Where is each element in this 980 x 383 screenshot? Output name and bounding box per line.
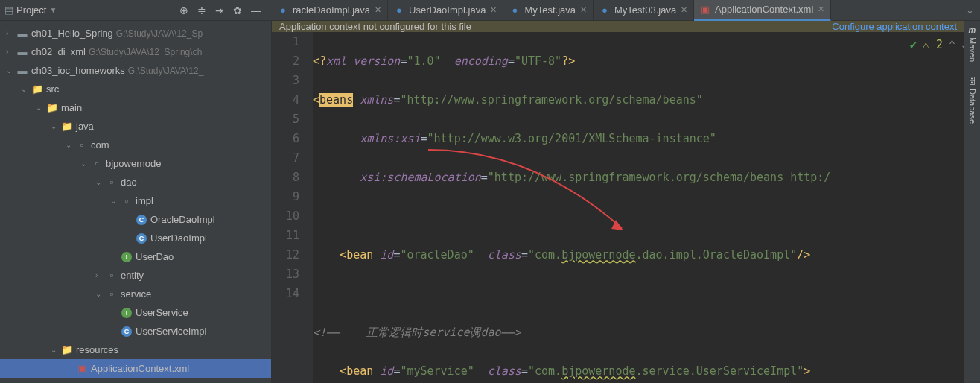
line-number[interactable]: 9 bbox=[272, 187, 299, 206]
folder-icon: 📁 bbox=[31, 83, 43, 95]
project-tree-panel[interactable]: ›▬ch01_Hello_SpringG:\Study\JAVA\12_Sp›▬… bbox=[0, 21, 272, 383]
line-number[interactable]: 5 bbox=[272, 110, 299, 129]
editor-tab[interactable]: ●MyTest.java✕ bbox=[503, 0, 594, 21]
t: = bbox=[421, 132, 427, 145]
editor-tab[interactable]: ●MyTest03.java✕ bbox=[594, 0, 694, 21]
configure-context-link[interactable]: Configure application context bbox=[832, 21, 957, 32]
chevron-down-icon: ▼ bbox=[49, 6, 57, 14]
tree-item[interactable]: ⌄📁resources bbox=[0, 341, 271, 359]
line-number[interactable]: 13 bbox=[272, 265, 299, 284]
tree-item[interactable]: ⌄▫service bbox=[0, 285, 271, 303]
tree-chevron-icon[interactable]: ⌄ bbox=[110, 197, 121, 205]
expand-icon[interactable]: ≑ bbox=[197, 4, 206, 16]
gear-icon[interactable]: ✿ bbox=[233, 4, 242, 16]
tree-path: G:\Study\JAVA\12_Sp bbox=[116, 28, 203, 39]
editor-tab[interactable]: ▣ApplicationContext.xml✕ bbox=[694, 0, 831, 21]
tree-item[interactable]: CUserServiceImpl bbox=[0, 322, 271, 341]
tree-chevron-icon[interactable]: ⌄ bbox=[36, 104, 46, 112]
package-icon: ▫ bbox=[106, 270, 118, 281]
tree-chevron-icon[interactable]: ⌄ bbox=[51, 346, 61, 354]
tree-item[interactable]: ▣ApplicationContext.xml bbox=[0, 359, 271, 378]
tree-chevron-icon[interactable]: › bbox=[95, 271, 106, 279]
tree-item[interactable]: COracleDaoImpl bbox=[0, 210, 271, 229]
line-number[interactable]: 3 bbox=[272, 71, 299, 90]
tabs-dropdown-icon[interactable]: ⌄ bbox=[960, 4, 980, 16]
line-number[interactable]: 1 bbox=[272, 32, 299, 51]
xml-decl-open: <? bbox=[313, 54, 326, 68]
tree-chevron-icon[interactable]: ⌄ bbox=[21, 85, 31, 93]
close-icon[interactable]: ✕ bbox=[681, 5, 687, 15]
class-icon: C bbox=[136, 233, 147, 244]
line-number[interactable]: 4 bbox=[272, 90, 299, 110]
tree-item[interactable]: ⌄📁java bbox=[0, 117, 271, 136]
line-number[interactable]: 8 bbox=[272, 168, 299, 187]
tree-label: ch01_Hello_Spring bbox=[31, 28, 113, 39]
tree-chevron-icon[interactable]: ⌄ bbox=[80, 159, 91, 168]
close-icon[interactable]: ✕ bbox=[818, 4, 824, 14]
locate-icon[interactable]: ⊕ bbox=[179, 4, 188, 16]
tree-item[interactable]: ⌄📁src bbox=[0, 80, 271, 98]
tree-label: service bbox=[121, 288, 151, 300]
code-editor[interactable]: 1234567891011121314 <?xml version="1.0" … bbox=[272, 32, 980, 383]
tree-item[interactable]: ⌄📁main bbox=[0, 98, 271, 117]
tree-item[interactable]: ⌄▫impl bbox=[0, 192, 271, 210]
line-number[interactable]: 12 bbox=[272, 245, 299, 265]
tree-item[interactable]: IUserService bbox=[0, 303, 271, 322]
tree-chevron-icon[interactable]: › bbox=[6, 29, 16, 37]
tree-label: UserServiceImpl bbox=[136, 326, 206, 337]
hide-icon[interactable]: — bbox=[251, 4, 261, 16]
warning-badge[interactable]: ⚠ 2 bbox=[923, 35, 943, 54]
tree-item[interactable]: ›▫entity bbox=[0, 266, 271, 285]
tree-item[interactable]: ⌄▬ch03_ioc_homeworksG:\Study\JAVA\12_ bbox=[0, 61, 271, 80]
t: "myService" bbox=[400, 364, 474, 378]
line-number[interactable]: 10 bbox=[272, 206, 299, 226]
tree-item[interactable]: ⌄▫dao bbox=[0, 173, 271, 192]
close-icon[interactable]: ✕ bbox=[580, 5, 587, 15]
close-icon[interactable]: ✕ bbox=[490, 5, 497, 15]
line-number[interactable]: 7 bbox=[272, 148, 299, 168]
tab-label: racleDaoImpl.java bbox=[293, 4, 370, 16]
t: encoding bbox=[454, 54, 508, 68]
tree-item[interactable]: ⌄▫com bbox=[0, 136, 271, 154]
tree-item[interactable]: ⌄▫bjpowernode bbox=[0, 154, 271, 173]
maven-icon: m bbox=[969, 25, 976, 34]
t: = bbox=[481, 171, 488, 184]
collapse-icon[interactable]: ⇥ bbox=[215, 4, 224, 16]
tree-item[interactable]: CUserDaoImpl bbox=[0, 229, 271, 247]
tree-chevron-icon[interactable]: ⌄ bbox=[95, 290, 106, 298]
tree-item[interactable]: ›▬ch02_di_xmlG:\Study\JAVA\12_Spring\ch bbox=[0, 42, 271, 61]
editor-tab[interactable]: ●UserDaoImpl.java✕ bbox=[388, 0, 503, 21]
tree-item[interactable]: IUserDao bbox=[0, 247, 271, 266]
tab-label: UserDaoImpl.java bbox=[409, 4, 486, 16]
warning-count: 2 bbox=[936, 38, 943, 51]
check-icon[interactable]: ✔ bbox=[910, 35, 917, 54]
line-number[interactable]: 14 bbox=[272, 284, 299, 303]
close-icon[interactable]: ✕ bbox=[375, 5, 381, 15]
module-icon: ▬ bbox=[16, 65, 28, 76]
package-icon: ▫ bbox=[76, 139, 88, 151]
chevron-up-icon[interactable]: ⌃ bbox=[949, 35, 955, 54]
project-selector[interactable]: ▤ Project ▼ bbox=[4, 4, 57, 16]
line-number[interactable]: 6 bbox=[272, 129, 299, 148]
tree-chevron-icon[interactable]: › bbox=[6, 48, 16, 56]
code-content[interactable]: <?xml version="1.0" encoding="UTF-8"?> <… bbox=[313, 32, 980, 383]
tab-label: MyTest03.java bbox=[614, 4, 676, 16]
tree-chevron-icon[interactable]: ⌄ bbox=[6, 66, 16, 75]
line-number[interactable]: 2 bbox=[272, 51, 299, 71]
editor-tab[interactable]: ●racleDaoImpl.java✕ bbox=[272, 0, 388, 21]
maven-toolwindow-button[interactable]: m Maven bbox=[968, 25, 977, 62]
database-toolwindow-button[interactable]: 🗄 Database bbox=[968, 77, 977, 124]
tree-label: UserDaoImpl bbox=[150, 232, 207, 244]
tree-chevron-icon[interactable]: ⌄ bbox=[51, 122, 61, 130]
tree-chevron-icon[interactable]: ⌄ bbox=[66, 141, 76, 149]
t: .service.UserServiceImpl" bbox=[636, 364, 804, 378]
tree-chevron-icon[interactable]: ⌄ bbox=[95, 178, 106, 186]
tree-item[interactable]: ›▬ch01_Hello_SpringG:\Study\JAVA\12_Sp bbox=[0, 24, 271, 42]
banner-message: Application context not configured for t… bbox=[279, 21, 471, 32]
editor-tabs: ●racleDaoImpl.java✕●UserDaoImpl.java✕●My… bbox=[272, 0, 960, 21]
t: /> bbox=[797, 248, 810, 262]
t: "1.0" bbox=[407, 54, 440, 68]
project-tree: ›▬ch01_Hello_SpringG:\Study\JAVA\12_Sp›▬… bbox=[0, 21, 271, 381]
line-number[interactable]: 11 bbox=[272, 226, 299, 245]
t: < bbox=[340, 364, 346, 378]
